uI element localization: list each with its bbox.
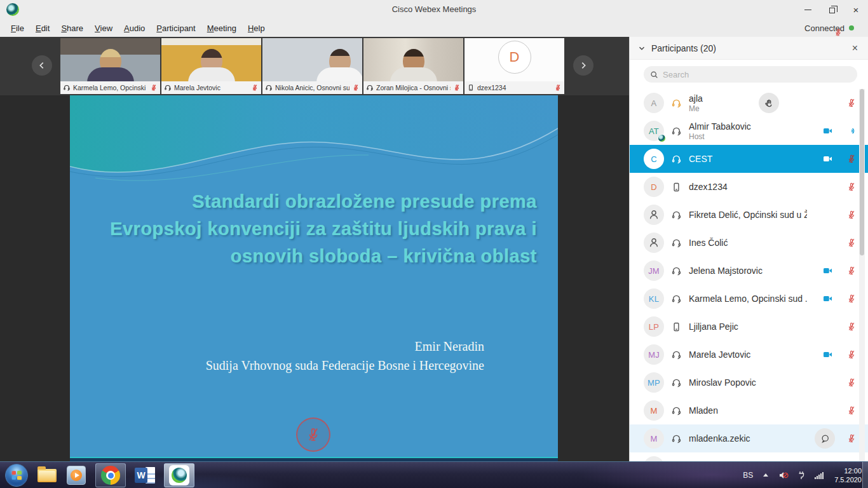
participant-name: Marela Jevtovic xyxy=(689,349,807,360)
media-player-icon xyxy=(67,466,86,485)
avatar-initials: M xyxy=(650,434,657,444)
webex-host-badge xyxy=(658,134,666,142)
video-thumbnail[interactable]: Marela Jevtovic xyxy=(161,38,261,94)
menu-item-participant[interactable]: Participant xyxy=(151,21,201,36)
participant-row[interactable]: LP Ljiljana Pejic xyxy=(630,313,868,341)
avatar: MJ xyxy=(644,344,664,365)
avatar: C xyxy=(644,149,664,169)
participant-info: Jelena Majstorovic xyxy=(689,266,868,276)
participant-silhouette xyxy=(390,49,437,84)
phone-icon xyxy=(467,84,475,92)
video-on-icon xyxy=(822,126,834,135)
participant-row[interactable]: M Mladen xyxy=(630,396,868,424)
participant-row[interactable]: D dzex1234 xyxy=(630,173,868,201)
menu-item-view[interactable]: View xyxy=(89,21,118,36)
person-icon xyxy=(648,237,660,248)
taskbar-word-button[interactable]: W xyxy=(135,465,155,485)
panel-close-button[interactable]: × xyxy=(850,41,860,55)
participant-row[interactable]: JM Jelena Majstorovic xyxy=(630,257,868,285)
mic-muted-icon xyxy=(846,238,857,248)
headset-icon xyxy=(671,210,682,220)
participant-row[interactable]: C CEST xyxy=(630,145,868,173)
mic-muted-icon xyxy=(846,322,857,332)
headset-icon xyxy=(671,405,682,416)
participant-row[interactable]: A ajla Me xyxy=(630,89,868,117)
taskbar-media-player-button[interactable] xyxy=(66,465,86,485)
participant-info: mladenka.zekic xyxy=(689,433,868,444)
start-button[interactable] xyxy=(5,464,28,487)
content-stage: Karmela Lemo, Opcinski su... Marela Jevt… xyxy=(0,37,629,461)
participant-row[interactable]: AT Almir Tabakovic Host xyxy=(630,117,868,145)
participant-name: dzex1234 xyxy=(689,182,807,192)
mic-muted-icon xyxy=(846,182,857,192)
headset-icon xyxy=(671,238,682,248)
taskbar-webex-button[interactable] xyxy=(164,463,194,487)
taskbar-chrome-button[interactable] xyxy=(95,463,126,487)
menu-item-edit[interactable]: Edit xyxy=(30,21,55,36)
menu-item-share[interactable]: Share xyxy=(55,21,89,36)
language-indicator[interactable]: BS xyxy=(743,471,753,480)
video-on-icon xyxy=(822,266,834,275)
participants-scrollbar[interactable] xyxy=(859,89,865,461)
mic-muted-icon xyxy=(846,433,857,444)
show-desktop-button[interactable] xyxy=(862,462,868,488)
chat-button[interactable] xyxy=(815,428,835,449)
network-signal-icon[interactable] xyxy=(814,470,824,480)
video-thumbnail[interactable]: Zoran Milojica - Osnovni su... xyxy=(363,38,463,94)
headset-icon xyxy=(265,84,273,92)
thumbnail-label: Zoran Milojica - Osnovni su... xyxy=(363,81,463,94)
avatar: A xyxy=(644,93,664,113)
participant-row[interactable]: MJ Marela Jevtovic xyxy=(630,341,868,369)
system-tray: BS 12:00 7.5.2020 xyxy=(743,462,862,488)
show-hidden-icons-button[interactable] xyxy=(761,470,771,480)
slide-title-line: Evropskoj konvenciji za zaštitu ljudskih… xyxy=(70,215,537,243)
participant-row[interactable]: M mladenka.zekic xyxy=(630,424,868,452)
mic-muted-icon xyxy=(846,405,857,416)
avatar-initials: MP xyxy=(648,378,660,388)
participant-row[interactable]: Fikreta Delić, Općinski sud u Živinica..… xyxy=(630,201,868,229)
avatar-initials: D xyxy=(651,182,657,192)
raised-hand-button[interactable] xyxy=(759,93,779,113)
filmstrip-next-button[interactable] xyxy=(573,55,593,76)
participant-info: Miroslav Popovic xyxy=(689,377,868,388)
participant-info: Ines Čolić xyxy=(689,238,868,248)
participant-row[interactable]: NA Nikola Anicic, Osnovni sud u ... xyxy=(630,452,868,461)
participant-info: dzex1234 xyxy=(689,182,868,192)
avatar: NA xyxy=(644,456,664,461)
participant-silhouette xyxy=(316,49,362,84)
volume-muted-icon[interactable] xyxy=(778,470,789,480)
power-plug-icon[interactable] xyxy=(796,470,806,480)
video-thumbnail[interactable]: Karmela Lemo, Opcinski su... xyxy=(60,38,160,94)
menu-item-meeting[interactable]: Meeting xyxy=(201,21,242,36)
video-thumbnail[interactable]: D dzex1234 xyxy=(465,38,564,94)
restore-button[interactable] xyxy=(820,0,844,19)
search-input[interactable] xyxy=(663,70,851,79)
chevron-down-icon[interactable] xyxy=(637,44,646,53)
participant-name: Almir Tabakovic xyxy=(689,121,807,132)
close-button[interactable]: × xyxy=(844,0,868,19)
participants-title: Participants (20) xyxy=(651,43,850,53)
menu-item-help[interactable]: Help xyxy=(242,21,271,36)
scrollbar-thumb[interactable] xyxy=(860,89,864,255)
taskbar-clock[interactable]: 12:00 7.5.2020 xyxy=(834,466,862,484)
menu-item-file[interactable]: File xyxy=(5,21,30,36)
video-thumbnail[interactable]: Nikola Anicic, Osnovni sud ... xyxy=(262,38,362,94)
menu-item-audio[interactable]: Audio xyxy=(118,21,151,36)
participant-subtitle: Host xyxy=(689,132,807,141)
filmstrip-prev-button[interactable] xyxy=(32,55,52,76)
slide-author-block: Emir Neradin Sudija Vrhovnog suda Federa… xyxy=(70,337,484,375)
thumbnail-label: Karmela Lemo, Opcinski su... xyxy=(60,81,160,94)
participant-name: mladenka.zekic xyxy=(689,433,807,444)
taskbar-explorer-button[interactable] xyxy=(37,465,57,485)
mic-muted-icon xyxy=(846,210,857,220)
participants-panel: Participants (20) × A ajla Me xyxy=(629,37,868,461)
video-filmstrip: Karmela Lemo, Opcinski su... Marela Jevt… xyxy=(0,37,629,95)
participant-row[interactable]: Ines Čolić xyxy=(630,229,868,257)
participant-row[interactable]: MP Miroslav Popovic xyxy=(630,369,868,396)
participant-silhouette xyxy=(188,49,235,84)
minimize-button[interactable] xyxy=(796,0,820,19)
phone-icon xyxy=(671,182,682,193)
participant-row[interactable]: KL Karmela Lemo, Opcinski sud ... xyxy=(630,285,868,313)
participant-info: Marela Jevtovic xyxy=(689,349,868,360)
participants-header: Participants (20) × xyxy=(630,37,868,60)
